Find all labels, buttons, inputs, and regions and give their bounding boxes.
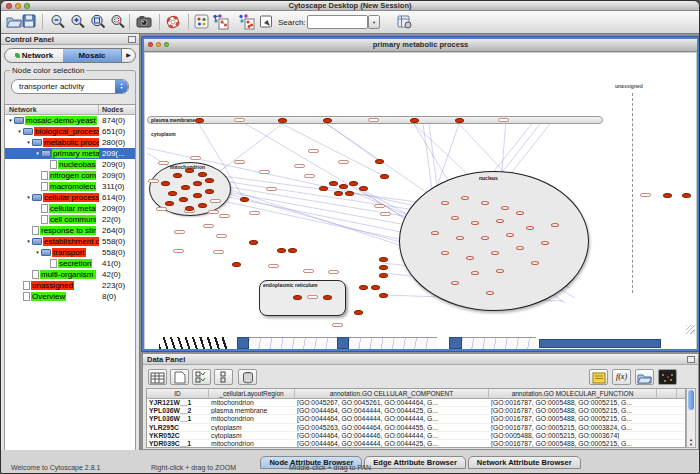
float-panel-icon[interactable] xyxy=(128,36,136,43)
gene-node[interactable] xyxy=(379,265,388,270)
tree-row-secretion[interactable]: secretion41(0) xyxy=(5,258,135,269)
float-panel-icon[interactable] xyxy=(687,356,695,363)
table-row-YDR039C__1[interactable]: YDR039C__1mitochondrion[GO:0044464, GO:0… xyxy=(147,440,685,448)
edge[interactable] xyxy=(327,124,379,161)
expand-arrow-icon[interactable]: ▼ xyxy=(25,140,32,145)
gene-node[interactable] xyxy=(173,173,182,178)
gene-node[interactable] xyxy=(329,181,338,186)
annotation-icon[interactable] xyxy=(259,14,276,30)
tree-row-primary-metabol[interactable]: ▼primary metabol209(... xyxy=(5,148,135,159)
expand-arrow-icon[interactable]: ▼ xyxy=(34,151,41,156)
nucleus-region[interactable] xyxy=(399,171,589,311)
gene-node[interactable] xyxy=(349,181,358,186)
gene-node[interactable] xyxy=(345,191,354,196)
expand-arrow-icon[interactable]: ▼ xyxy=(7,118,14,123)
expand-arrow-icon[interactable]: ▼ xyxy=(16,129,23,134)
gene-node[interactable] xyxy=(410,118,419,123)
column-divider[interactable] xyxy=(98,105,99,115)
network-view-titlebar[interactable]: primary metabolic process xyxy=(144,39,697,52)
col-header-_cellularLayoutRegion[interactable]: _cellularLayoutRegion xyxy=(209,389,295,398)
minimized-frame-strip[interactable] xyxy=(539,339,661,348)
tab-network[interactable]: Network xyxy=(5,49,63,62)
minimized-frame-strip[interactable] xyxy=(159,337,229,349)
tab-network-attribute-browser[interactable]: Network Attribute Browser xyxy=(468,456,581,469)
gene-node[interactable] xyxy=(379,293,388,298)
app-titlebar[interactable]: Cytoscape Desktop (New Session) xyxy=(1,1,699,11)
gene-node[interactable] xyxy=(181,185,190,190)
snapshot-icon[interactable] xyxy=(136,14,153,30)
minimized-frame-strip[interactable] xyxy=(462,337,536,349)
gene-node[interactable] xyxy=(195,118,204,123)
gene-node[interactable] xyxy=(359,186,368,191)
tree-row-cell-communicat[interactable]: cell communicat22(0) xyxy=(5,214,135,225)
search-input[interactable] xyxy=(307,15,368,29)
tree-row-nucleobase-[interactable]: nucleobase-209(0) xyxy=(5,159,135,170)
select-attributes-icon[interactable] xyxy=(192,369,211,385)
create-network-icon[interactable] xyxy=(194,14,211,30)
tab-edge-attribute-browser[interactable]: Edge Attribute Browser xyxy=(364,456,465,469)
gene-node[interactable] xyxy=(682,193,691,198)
tree-row-overview[interactable]: Overview8(0) xyxy=(5,291,135,302)
zoom-fit-icon[interactable] xyxy=(90,14,107,30)
tab-mosaic[interactable]: Mosaic xyxy=(63,49,121,62)
table-scrollbar[interactable]: ▲▼ xyxy=(686,388,696,448)
table-row-YPL036W__2[interactable]: YPL036W__2plasma membrane[GO:0044464, GO… xyxy=(147,407,685,415)
new-network-selected-nodes-all-edges-icon[interactable] xyxy=(212,14,229,30)
delete-attribute-icon[interactable] xyxy=(238,369,257,385)
save-session-icon[interactable] xyxy=(22,14,39,30)
search-dropdown-button[interactable]: ▼ xyxy=(368,15,380,29)
zoom-out-icon[interactable] xyxy=(50,14,67,30)
col-header-ID[interactable]: ID xyxy=(147,389,209,398)
gene-node[interactable] xyxy=(193,181,202,186)
minimized-frame-strip[interactable] xyxy=(337,337,349,349)
gene-node[interactable] xyxy=(205,189,214,194)
gene-node[interactable] xyxy=(232,262,241,267)
tree-row-multi-organism-pro[interactable]: multi-organism pro42(0) xyxy=(5,269,135,280)
annotation-note-icon[interactable] xyxy=(589,369,608,385)
gene-node[interactable] xyxy=(198,172,207,177)
attribute-import-icon[interactable] xyxy=(397,14,414,30)
gene-node[interactable] xyxy=(161,181,170,186)
minimized-frame-strip[interactable] xyxy=(449,337,462,349)
col-header-annotation.GO CELLULAR_COMPONENT[interactable]: annotation.GO CELLULAR_COMPONENT xyxy=(295,389,489,398)
tree-col-nodes[interactable]: Nodes xyxy=(102,106,123,113)
expand-arrow-icon[interactable]: ▼ xyxy=(25,195,32,200)
gene-node[interactable] xyxy=(185,206,194,211)
dropdown-stepper-icon[interactable]: ▲▼ xyxy=(115,80,128,93)
gene-node[interactable] xyxy=(380,174,389,179)
gene-node[interactable] xyxy=(277,248,286,253)
col-header-annotation.GO MOLECULAR_FUNCTION[interactable]: annotation.GO MOLECULAR_FUNCTION xyxy=(489,389,657,398)
gene-node[interactable] xyxy=(354,310,363,315)
formula-icon[interactable]: f(x) xyxy=(612,369,631,385)
scrollbar-thumb[interactable] xyxy=(688,390,694,410)
tree-row-transport[interactable]: ▼transport558(0) xyxy=(5,247,135,258)
minimize-button[interactable] xyxy=(15,3,21,9)
tree-row-mosaic-demo-yeast[interactable]: ▼mosaic-demo-yeast874(0) xyxy=(5,115,135,126)
gene-node[interactable] xyxy=(379,273,388,278)
gene-node[interactable] xyxy=(663,193,672,198)
edge[interactable] xyxy=(282,124,384,176)
network-canvas[interactable]: plasma membrane cytoplasm mitochondrion … xyxy=(145,53,696,349)
edge[interactable] xyxy=(203,178,435,213)
frame-minimize-button[interactable] xyxy=(156,42,161,47)
table-row-YLR295C[interactable]: YLR295Ccytoplasm[GO:0045263, GO:0044464,… xyxy=(147,424,685,432)
gene-node[interactable] xyxy=(334,191,343,196)
tree-col-network[interactable]: Network xyxy=(9,106,37,113)
table-row-YJR121W__1[interactable]: YJR121W__1mitochondrion[GO:0045267, GO:0… xyxy=(147,399,685,407)
unselect-attributes-icon[interactable] xyxy=(214,369,233,385)
gene-node[interactable] xyxy=(185,168,194,173)
open-session-icon[interactable] xyxy=(6,14,23,30)
gene-node[interactable] xyxy=(205,178,214,183)
tree-row-macromolecule[interactable]: macromolecule311(0) xyxy=(5,181,135,192)
gene-node[interactable] xyxy=(249,240,258,245)
new-attribute-icon[interactable] xyxy=(170,369,189,385)
tree-row-nitrogen-compo[interactable]: nitrogen compo209(0) xyxy=(5,170,135,181)
attribute-table[interactable]: ID_cellularLayoutRegionannotation.GO CEL… xyxy=(146,388,686,448)
gene-node[interactable] xyxy=(319,186,328,191)
zoom-in-icon[interactable] xyxy=(70,14,87,30)
expand-arrow-icon[interactable]: ▼ xyxy=(25,239,32,244)
gene-node[interactable] xyxy=(288,248,297,253)
attribute-table-icon[interactable] xyxy=(148,369,167,385)
attribute-matrix-icon[interactable] xyxy=(658,369,677,385)
col-header-extra[interactable] xyxy=(657,389,677,398)
